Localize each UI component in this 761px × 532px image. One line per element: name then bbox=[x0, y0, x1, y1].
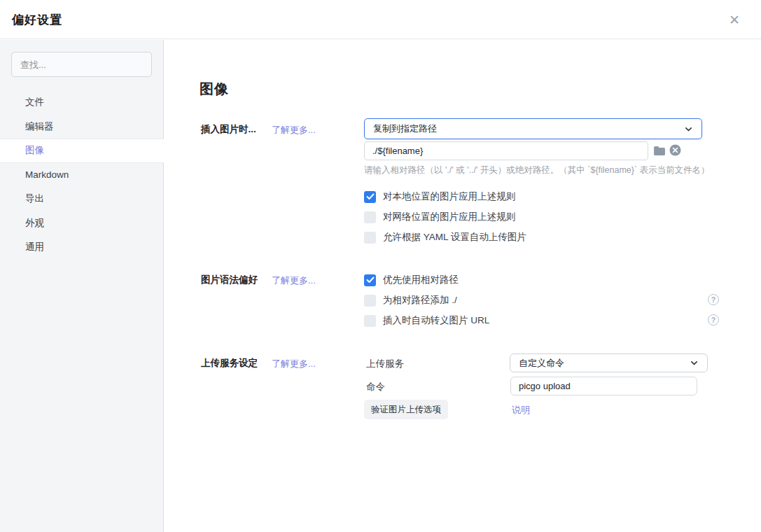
checkbox-icon bbox=[364, 232, 376, 244]
checkbox-prefer-relative[interactable]: 优先使用相对路径 bbox=[364, 274, 459, 286]
checkbox-icon bbox=[364, 274, 376, 286]
insert-action-select-value: 复制到指定路径 bbox=[373, 122, 437, 135]
insert-section-label: 插入图片时... bbox=[201, 123, 256, 136]
checkbox-icon bbox=[364, 295, 376, 307]
insert-learn-more-link[interactable]: 了解更多... bbox=[272, 124, 316, 136]
command-label: 命令 bbox=[366, 381, 385, 393]
checkbox-icon bbox=[364, 191, 376, 203]
sidebar: 文件 编辑器 图像 Markdown 导出 外观 通用 bbox=[0, 40, 164, 532]
folder-browse-icon[interactable] bbox=[652, 144, 666, 157]
sidebar-item-image[interactable]: 图像 bbox=[0, 139, 164, 163]
help-icon[interactable]: ? bbox=[708, 294, 719, 305]
checkbox-icon bbox=[364, 211, 376, 223]
checkbox-add-dot-slash[interactable]: 为相对路径添加 ./ bbox=[364, 294, 457, 307]
checkbox-apply-network[interactable]: 对网络位置的图片应用上述规则 bbox=[364, 211, 515, 223]
titlebar: 偏好设置 ✕ bbox=[0, 0, 761, 39]
sidebar-item-export[interactable]: 导出 bbox=[0, 187, 164, 211]
upload-section-label: 上传服务设定 bbox=[201, 357, 258, 370]
upload-service-label: 上传服务 bbox=[366, 358, 404, 370]
sidebar-item-appearance[interactable]: 外观 bbox=[0, 211, 164, 236]
syntax-section-label: 图片语法偏好 bbox=[201, 274, 258, 286]
help-icon[interactable]: ? bbox=[708, 314, 719, 326]
main-panel: 图像 插入图片时... 了解更多... 复制到指定路径 请输入相对路径（以 '.… bbox=[165, 39, 761, 532]
sidebar-item-general[interactable]: 通用 bbox=[0, 235, 164, 260]
upload-service-select-value: 自定义命令 bbox=[519, 357, 564, 370]
validate-upload-button[interactable]: 验证图片上传选项 bbox=[364, 400, 448, 419]
clear-path-icon[interactable] bbox=[669, 144, 681, 156]
sidebar-item-editor[interactable]: 编辑器 bbox=[0, 115, 164, 139]
checkbox-escape-url[interactable]: 插入时自动转义图片 URL bbox=[364, 314, 489, 327]
page-title: 图像 bbox=[200, 80, 229, 99]
path-help-text: 请输入相对路径（以 './' 或 '../' 开头）或绝对路径。（其中 `${f… bbox=[364, 164, 710, 176]
upload-service-select[interactable]: 自定义命令 bbox=[510, 354, 708, 372]
checkbox-yaml-upload[interactable]: 允许根据 YAML 设置自动上传图片 bbox=[364, 231, 526, 244]
upload-learn-more-link[interactable]: 了解更多... bbox=[272, 358, 316, 370]
image-path-input[interactable] bbox=[364, 141, 648, 160]
window-title: 偏好设置 bbox=[12, 12, 62, 28]
checkbox-apply-local[interactable]: 对本地位置的图片应用上述规则 bbox=[364, 190, 515, 203]
checkbox-icon bbox=[364, 315, 376, 327]
sidebar-item-file[interactable]: 文件 bbox=[0, 90, 164, 115]
syntax-learn-more-link[interactable]: 了解更多... bbox=[272, 274, 316, 287]
insert-action-select[interactable]: 复制到指定路径 bbox=[364, 118, 702, 139]
close-icon[interactable]: ✕ bbox=[726, 11, 743, 28]
sidebar-nav: 文件 编辑器 图像 Markdown 导出 外观 通用 bbox=[0, 90, 164, 260]
upload-help-link[interactable]: 说明 bbox=[512, 404, 530, 416]
command-input[interactable] bbox=[510, 377, 697, 396]
sidebar-item-markdown[interactable]: Markdown bbox=[0, 163, 164, 188]
search-input[interactable] bbox=[11, 52, 152, 77]
preferences-window: 偏好设置 ✕ 文件 编辑器 图像 Markdown 导出 外观 通用 图像 插入… bbox=[0, 0, 761, 532]
chevron-down-icon bbox=[684, 125, 693, 134]
chevron-down-icon bbox=[690, 358, 699, 368]
